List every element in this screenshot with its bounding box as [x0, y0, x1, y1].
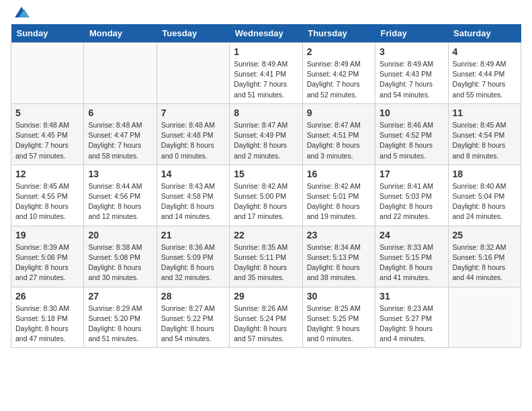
day-header-tuesday: Tuesday	[157, 24, 229, 43]
logo-icon	[12, 5, 31, 19]
calendar-cell: 23Sunrise: 8:34 AM Sunset: 5:13 PM Dayli…	[302, 226, 375, 287]
day-info: Sunrise: 8:43 AM Sunset: 4:58 PM Dayligh…	[161, 181, 225, 222]
calendar-cell: 10Sunrise: 8:46 AM Sunset: 4:52 PM Dayli…	[375, 103, 448, 165]
calendar-cell: 27Sunrise: 8:29 AM Sunset: 5:20 PM Dayli…	[84, 287, 157, 348]
day-header-monday: Monday	[84, 24, 157, 43]
calendar-cell: 11Sunrise: 8:45 AM Sunset: 4:54 PM Dayli…	[448, 103, 521, 165]
day-number: 20	[88, 230, 152, 240]
day-number: 11	[453, 107, 517, 118]
day-info: Sunrise: 8:35 AM Sunset: 5:11 PM Dayligh…	[234, 242, 298, 283]
day-number: 23	[307, 230, 371, 240]
day-info: Sunrise: 8:47 AM Sunset: 4:51 PM Dayligh…	[307, 120, 371, 161]
day-info: Sunrise: 8:48 AM Sunset: 4:48 PM Dayligh…	[161, 120, 225, 161]
calendar-cell: 17Sunrise: 8:41 AM Sunset: 5:03 PM Dayli…	[375, 165, 448, 226]
day-info: Sunrise: 8:39 AM Sunset: 5:06 PM Dayligh…	[15, 242, 79, 283]
calendar-cell: 15Sunrise: 8:42 AM Sunset: 5:00 PM Dayli…	[230, 165, 302, 226]
day-header-thursday: Thursday	[302, 24, 375, 43]
calendar-cell: 13Sunrise: 8:44 AM Sunset: 4:56 PM Dayli…	[84, 165, 157, 226]
day-number: 29	[234, 291, 298, 302]
calendar-cell: 29Sunrise: 8:26 AM Sunset: 5:24 PM Dayli…	[230, 287, 302, 348]
day-info: Sunrise: 8:32 AM Sunset: 5:16 PM Dayligh…	[453, 242, 517, 283]
calendar-cell: 19Sunrise: 8:39 AM Sunset: 5:06 PM Dayli…	[11, 226, 84, 287]
day-number: 18	[453, 169, 517, 179]
calendar-cell: 3Sunrise: 8:49 AM Sunset: 4:43 PM Daylig…	[375, 43, 448, 104]
day-number: 16	[307, 169, 371, 179]
day-number: 9	[307, 107, 371, 118]
day-number: 1	[234, 46, 298, 57]
calendar-cell: 22Sunrise: 8:35 AM Sunset: 5:11 PM Dayli…	[230, 226, 302, 287]
day-info: Sunrise: 8:47 AM Sunset: 4:49 PM Dayligh…	[234, 120, 298, 161]
day-number: 3	[380, 46, 443, 57]
calendar-cell: 14Sunrise: 8:43 AM Sunset: 4:58 PM Dayli…	[157, 165, 229, 226]
day-number: 22	[234, 230, 298, 240]
day-number: 8	[234, 107, 298, 118]
day-info: Sunrise: 8:29 AM Sunset: 5:20 PM Dayligh…	[88, 304, 152, 345]
day-info: Sunrise: 8:49 AM Sunset: 4:42 PM Dayligh…	[307, 59, 371, 100]
day-header-sunday: Sunday	[11, 24, 84, 43]
day-number: 25	[453, 230, 517, 240]
day-info: Sunrise: 8:49 AM Sunset: 4:43 PM Dayligh…	[380, 59, 443, 100]
day-info: Sunrise: 8:38 AM Sunset: 5:08 PM Dayligh…	[88, 242, 152, 283]
day-number: 19	[15, 230, 79, 240]
logo	[11, 11, 31, 19]
calendar-cell: 4Sunrise: 8:49 AM Sunset: 4:44 PM Daylig…	[448, 43, 521, 104]
day-number: 26	[15, 291, 79, 302]
day-number: 27	[88, 291, 152, 302]
calendar-table: SundayMondayTuesdayWednesdayThursdayFrid…	[11, 24, 521, 348]
week-row-1: 1Sunrise: 8:49 AM Sunset: 4:41 PM Daylig…	[11, 43, 521, 104]
calendar-cell: 1Sunrise: 8:49 AM Sunset: 4:41 PM Daylig…	[230, 43, 302, 104]
calendar-cell: 2Sunrise: 8:49 AM Sunset: 4:42 PM Daylig…	[302, 43, 375, 104]
day-header-saturday: Saturday	[448, 24, 521, 43]
calendar-cell: 26Sunrise: 8:30 AM Sunset: 5:18 PM Dayli…	[11, 287, 84, 348]
day-info: Sunrise: 8:42 AM Sunset: 5:00 PM Dayligh…	[234, 181, 298, 222]
day-info: Sunrise: 8:27 AM Sunset: 5:22 PM Dayligh…	[161, 304, 225, 345]
day-info: Sunrise: 8:45 AM Sunset: 4:55 PM Dayligh…	[15, 181, 79, 222]
calendar-cell: 20Sunrise: 8:38 AM Sunset: 5:08 PM Dayli…	[84, 226, 157, 287]
calendar-cell: 5Sunrise: 8:48 AM Sunset: 4:45 PM Daylig…	[11, 103, 84, 165]
day-number: 2	[307, 46, 371, 57]
day-number: 10	[380, 107, 443, 118]
day-number: 21	[161, 230, 225, 240]
calendar-cell: 25Sunrise: 8:32 AM Sunset: 5:16 PM Dayli…	[448, 226, 521, 287]
day-info: Sunrise: 8:26 AM Sunset: 5:24 PM Dayligh…	[234, 304, 298, 345]
week-row-5: 26Sunrise: 8:30 AM Sunset: 5:18 PM Dayli…	[11, 287, 521, 348]
calendar-cell: 6Sunrise: 8:48 AM Sunset: 4:47 PM Daylig…	[84, 103, 157, 165]
days-header-row: SundayMondayTuesdayWednesdayThursdayFrid…	[11, 24, 521, 43]
calendar-cell: 21Sunrise: 8:36 AM Sunset: 5:09 PM Dayli…	[157, 226, 229, 287]
day-info: Sunrise: 8:41 AM Sunset: 5:03 PM Dayligh…	[380, 181, 443, 222]
day-info: Sunrise: 8:30 AM Sunset: 5:18 PM Dayligh…	[15, 304, 79, 345]
day-number: 13	[88, 169, 152, 179]
day-info: Sunrise: 8:49 AM Sunset: 4:44 PM Dayligh…	[453, 59, 517, 100]
day-number: 15	[234, 169, 298, 179]
day-header-friday: Friday	[375, 24, 448, 43]
calendar-cell: 12Sunrise: 8:45 AM Sunset: 4:55 PM Dayli…	[11, 165, 84, 226]
day-info: Sunrise: 8:33 AM Sunset: 5:15 PM Dayligh…	[380, 242, 443, 283]
day-number: 17	[380, 169, 443, 179]
week-row-3: 12Sunrise: 8:45 AM Sunset: 4:55 PM Dayli…	[11, 165, 521, 226]
day-info: Sunrise: 8:23 AM Sunset: 5:27 PM Dayligh…	[380, 304, 443, 345]
day-number: 14	[161, 169, 225, 179]
day-number: 6	[88, 107, 152, 118]
day-info: Sunrise: 8:49 AM Sunset: 4:41 PM Dayligh…	[234, 59, 298, 100]
day-info: Sunrise: 8:40 AM Sunset: 5:04 PM Dayligh…	[453, 181, 517, 222]
day-info: Sunrise: 8:46 AM Sunset: 4:52 PM Dayligh…	[380, 120, 443, 161]
day-info: Sunrise: 8:48 AM Sunset: 4:45 PM Dayligh…	[15, 120, 79, 161]
calendar-cell	[11, 43, 84, 104]
day-info: Sunrise: 8:48 AM Sunset: 4:47 PM Dayligh…	[88, 120, 152, 161]
calendar-cell	[84, 43, 157, 104]
day-number: 5	[15, 107, 79, 118]
day-info: Sunrise: 8:42 AM Sunset: 5:01 PM Dayligh…	[307, 181, 371, 222]
day-number: 7	[161, 107, 225, 118]
calendar-cell: 18Sunrise: 8:40 AM Sunset: 5:04 PM Dayli…	[448, 165, 521, 226]
day-info: Sunrise: 8:25 AM Sunset: 5:25 PM Dayligh…	[307, 304, 371, 345]
day-number: 4	[453, 46, 517, 57]
page-header	[11, 11, 521, 19]
day-info: Sunrise: 8:45 AM Sunset: 4:54 PM Dayligh…	[453, 120, 517, 161]
calendar-cell: 8Sunrise: 8:47 AM Sunset: 4:49 PM Daylig…	[230, 103, 302, 165]
calendar-cell: 7Sunrise: 8:48 AM Sunset: 4:48 PM Daylig…	[157, 103, 229, 165]
calendar-cell: 24Sunrise: 8:33 AM Sunset: 5:15 PM Dayli…	[375, 226, 448, 287]
day-number: 31	[380, 291, 443, 302]
week-row-4: 19Sunrise: 8:39 AM Sunset: 5:06 PM Dayli…	[11, 226, 521, 287]
calendar-cell	[157, 43, 229, 104]
calendar-cell: 28Sunrise: 8:27 AM Sunset: 5:22 PM Dayli…	[157, 287, 229, 348]
